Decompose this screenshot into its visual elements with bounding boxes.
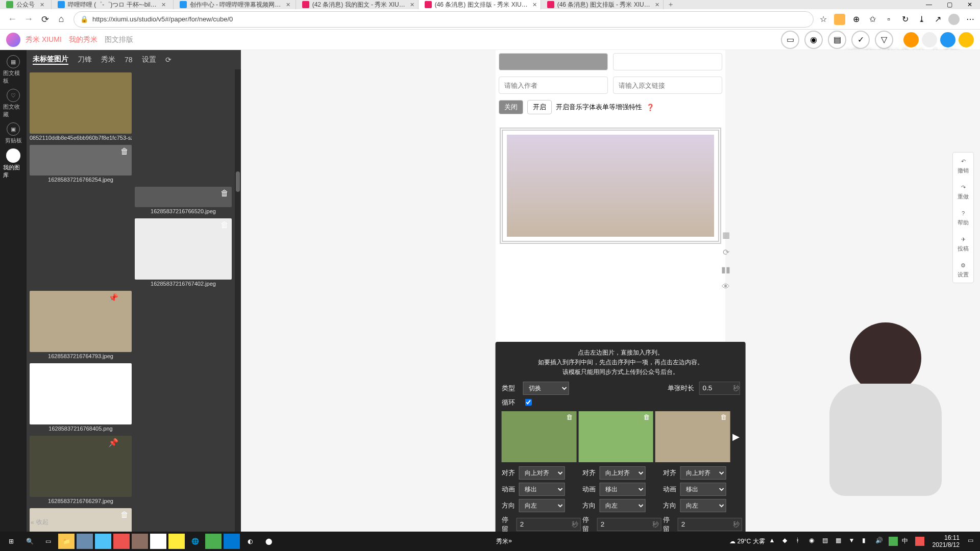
app-icon[interactable] <box>150 534 166 549</box>
close-icon[interactable]: ✕ <box>532 2 538 8</box>
tray-icon[interactable]: ▦ <box>836 537 845 546</box>
slide-2[interactable]: 🗑 <box>655 411 730 462</box>
help-icon[interactable]: ❓ <box>646 104 654 111</box>
tool-folder-icon[interactable]: ▭ <box>781 31 799 49</box>
dock-redo[interactable]: ↷重做 <box>953 179 973 205</box>
minimize-icon[interactable]: — <box>919 0 939 9</box>
address-bar[interactable]: 🔒 https://xiumi.us/studio/v5#/paper/for/… <box>74 11 814 28</box>
toggle-off-button[interactable]: 关闭 <box>499 100 523 114</box>
share-icon[interactable]: ↗ <box>932 14 943 25</box>
profile-icon[interactable] <box>948 14 960 25</box>
hero-image[interactable] <box>507 135 714 237</box>
tray-icon[interactable]: ◉ <box>809 537 818 546</box>
title-input[interactable] <box>613 53 722 70</box>
eye-icon[interactable]: 👁 <box>720 281 732 293</box>
badge-orange[interactable] <box>903 32 919 47</box>
app-icon[interactable]: ◐ <box>242 534 258 549</box>
taskbar-center[interactable]: 秀米 <box>496 537 508 546</box>
tab-1[interactable]: 哔哩哔哩 (゜-゜)つロ 干杯~-bil…✕ <box>52 0 174 9</box>
more-icon[interactable]: ⋯ <box>965 14 976 25</box>
dir-select-0[interactable]: 向左 <box>519 499 565 512</box>
back-icon[interactable]: ← <box>4 11 20 28</box>
delete-icon[interactable]: 🗑 <box>120 510 130 519</box>
clock[interactable]: 16:11 2021/8/12 <box>933 534 960 549</box>
rail-mylib[interactable]: 我的图库 <box>3 148 23 179</box>
dir-select-1[interactable]: 向左 <box>600 499 646 512</box>
edge-icon[interactable] <box>224 534 240 549</box>
close-icon[interactable]: ✕ <box>285 2 291 8</box>
thumb-4[interactable]: 📌16285837216764793.jpeg <box>30 291 132 360</box>
tray-icon[interactable]: ▤ <box>822 537 831 546</box>
chrome-icon[interactable]: 🌐 <box>187 534 203 549</box>
start-button[interactable]: ⊞ <box>3 534 19 549</box>
lib-tab-3[interactable]: 78 <box>125 56 133 64</box>
dock-submit[interactable]: ✈投稿 <box>953 231 973 257</box>
task-view-icon[interactable]: ▭ <box>40 534 56 549</box>
stats-icon[interactable]: ▮▮ <box>720 263 732 276</box>
obs-icon[interactable]: ⬤ <box>260 534 277 549</box>
collapse-button[interactable]: « 收起 <box>31 518 48 527</box>
close-window-icon[interactable]: ✕ <box>960 0 980 9</box>
collections-icon[interactable]: ⊕ <box>850 14 862 25</box>
lib-tab-1[interactable]: 刀锋 <box>78 55 92 64</box>
star-icon[interactable]: ☆ <box>818 14 829 25</box>
close-icon[interactable]: ✕ <box>654 2 660 8</box>
tray-icon[interactable]: 中 <box>902 537 911 546</box>
thumb-3[interactable]: 🗑16285837216767402.jpeg <box>135 218 232 288</box>
close-icon[interactable]: ✕ <box>39 2 45 8</box>
thumb-2[interactable]: 🗑16285837216766520.jpeg <box>135 187 232 215</box>
wechat-icon[interactable] <box>205 534 222 549</box>
app-icon[interactable] <box>95 534 111 549</box>
delete-icon[interactable]: 🗑 <box>120 147 130 156</box>
toggle-on-button[interactable]: 开启 <box>527 100 552 114</box>
lib-tab-settings[interactable]: 设置 <box>142 55 156 64</box>
search-icon[interactable]: 🔍 <box>21 534 38 549</box>
delete-icon[interactable]: 🗑 <box>220 189 230 198</box>
tray-icon[interactable] <box>889 537 898 546</box>
volume-icon[interactable]: 🔊 <box>875 537 885 546</box>
ime-icon[interactable] <box>915 537 924 546</box>
tool-camera-icon[interactable]: ◉ <box>804 31 823 49</box>
refresh-canvas-icon[interactable]: ⟳ <box>720 246 732 258</box>
tab-0[interactable]: 公众号✕ <box>0 0 52 9</box>
notifications-icon[interactable]: ▭ <box>968 537 977 546</box>
app-icon[interactable] <box>113 534 130 549</box>
link-input[interactable] <box>613 77 722 94</box>
explorer-icon[interactable]: 📁 <box>58 534 75 549</box>
hero-frame[interactable] <box>500 128 721 244</box>
lib-tab-untagged[interactable]: 未标签图片 <box>33 55 68 65</box>
anim-select-0[interactable]: 移出 <box>519 483 565 496</box>
tray-icon[interactable]: ▲ <box>769 537 778 546</box>
tool-print-icon[interactable]: ▤ <box>828 31 846 49</box>
scrollbar[interactable] <box>235 69 241 532</box>
cover-placeholder[interactable] <box>499 53 608 70</box>
rail-clipboard[interactable]: ▣剪贴板 <box>3 122 23 144</box>
dock-undo[interactable]: ↶撤销 <box>953 153 973 179</box>
delete-icon[interactable]: 🗑 <box>566 413 574 421</box>
app-icon[interactable] <box>168 534 185 549</box>
weather-widget[interactable]: ☁ 29°C 大雾 <box>729 537 765 546</box>
bluetooth-icon[interactable]: ᚼ <box>796 537 805 546</box>
thumb-0[interactable]: 0852110ddb8e45e6bb960b7f8e1fc753-sz_4880… <box>30 72 132 142</box>
home-icon[interactable]: ⌂ <box>53 11 69 28</box>
tab-5[interactable]: (46 条消息) 图文排版 - 秀米 XIU…✕ <box>541 0 664 9</box>
close-icon[interactable]: ✕ <box>409 2 415 8</box>
next-slide-icon[interactable]: ▶ <box>732 411 740 462</box>
thumb-6[interactable]: 📌16285837216766297.jpeg <box>30 436 132 505</box>
thumb-5[interactable]: 🗑16285837216768405.png <box>30 363 132 433</box>
tray-icon[interactable]: ▼ <box>849 537 858 546</box>
downloads-icon[interactable]: ⤓ <box>916 14 927 25</box>
lib-refresh-icon[interactable]: ⟳ <box>165 56 172 64</box>
close-icon[interactable]: ✕ <box>161 2 167 8</box>
rail-favorites[interactable]: ♡图文收藏 <box>3 89 23 118</box>
delete-icon[interactable]: 🗑 <box>720 413 728 421</box>
delete-icon[interactable]: 🗑 <box>643 413 651 421</box>
dock-settings[interactable]: ⚙设置 <box>953 257 973 283</box>
loop-checkbox[interactable] <box>525 399 532 406</box>
align-select-0[interactable]: 向上对齐 <box>519 466 565 480</box>
dock-help[interactable]: ?帮助 <box>953 205 973 231</box>
tab-3[interactable]: (42 条消息) 我的图文 - 秀米 XIU…✕ <box>296 0 419 9</box>
tab-2[interactable]: 创作中心 - 哔哩哔哩弹幕视频网…✕ <box>174 0 296 9</box>
extension-icon[interactable] <box>834 14 845 25</box>
anim-select-1[interactable]: 移出 <box>600 483 646 496</box>
